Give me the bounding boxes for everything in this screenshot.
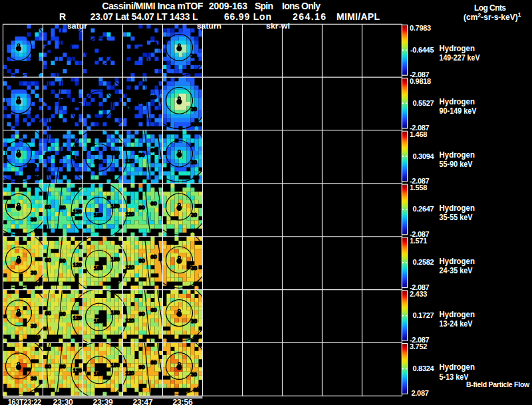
svg-text:Spin: Spin xyxy=(255,1,273,11)
svg-text:90-149 keV: 90-149 keV xyxy=(440,106,477,116)
svg-text:R: R xyxy=(59,11,66,22)
svg-text:66.99 Lon: 66.99 Lon xyxy=(224,11,271,22)
svg-text:MIMI/APL: MIMI/APL xyxy=(336,11,380,22)
svg-text:Hydrogen: Hydrogen xyxy=(440,203,475,213)
svg-text:0.9818: 0.9818 xyxy=(410,77,431,85)
svg-text:1.571: 1.571 xyxy=(410,237,427,245)
svg-text:2.433: 2.433 xyxy=(410,290,427,298)
svg-text:Hydrogen: Hydrogen xyxy=(440,97,475,106)
svg-text:55-90 keV: 55-90 keV xyxy=(440,160,473,169)
svg-text:35-55 keV: 35-55 keV xyxy=(440,213,473,222)
svg-text:23:56: 23:56 xyxy=(173,398,194,405)
svg-text:Hydrogen: Hydrogen xyxy=(440,150,475,160)
svg-text:saturn: saturn xyxy=(197,22,221,30)
svg-text:1.558: 1.558 xyxy=(410,184,427,192)
svg-text:Hydrogen: Hydrogen xyxy=(440,257,475,266)
svg-text:264.16: 264.16 xyxy=(293,11,326,22)
svg-text:Hydrogen: Hydrogen xyxy=(440,310,475,319)
svg-text:Cassini/MIMI Inca mTOF: Cassini/MIMI Inca mTOF xyxy=(102,1,203,11)
svg-text:13-24 keV: 13-24 keV xyxy=(440,319,473,329)
svg-text:0.2582: 0.2582 xyxy=(413,258,434,266)
svg-text:24-35 keV: 24-35 keV xyxy=(440,266,473,275)
svg-text:0.2647: 0.2647 xyxy=(413,205,434,213)
svg-text:0.8324: 0.8324 xyxy=(413,364,435,372)
svg-text:0.5527: 0.5527 xyxy=(413,99,434,107)
svg-text:Hydrogen: Hydrogen xyxy=(440,362,475,372)
svg-text:23:30: 23:30 xyxy=(53,398,74,405)
svg-text:skr-wl: skr-wl xyxy=(266,22,290,30)
svg-text:23.07 Lat 54.07 LT 1433 L: 23.07 Lat 54.07 LT 1433 L xyxy=(90,11,198,22)
svg-text:0.1727: 0.1727 xyxy=(413,311,434,319)
svg-text:-0.6445: -0.6445 xyxy=(410,46,434,54)
svg-text:23:47: 23:47 xyxy=(133,398,154,405)
svg-text:satur: satur xyxy=(67,22,88,30)
svg-text:(cm2-sr-s-keV)1: (cm2-sr-s-keV)1 xyxy=(464,11,521,22)
svg-text:B-field Particle Flow: B-field Particle Flow xyxy=(466,380,530,388)
svg-text:163T23:22: 163T23:22 xyxy=(8,398,42,405)
svg-text:1.468: 1.468 xyxy=(410,130,427,138)
svg-text:23:39: 23:39 xyxy=(93,398,114,405)
svg-text:5-13 keV: 5-13 keV xyxy=(440,372,469,382)
svg-text:0.7983: 0.7983 xyxy=(410,24,431,32)
svg-text:149-227 keV: 149-227 keV xyxy=(440,53,481,63)
svg-text:Hydrogen: Hydrogen xyxy=(440,44,475,53)
svg-text:3.752: 3.752 xyxy=(410,342,427,350)
svg-text:2.087: 2.087 xyxy=(412,389,429,397)
svg-text:0.3094: 0.3094 xyxy=(413,152,435,160)
svg-text:Ions Only: Ions Only xyxy=(282,1,321,11)
svg-text:2009-163: 2009-163 xyxy=(209,1,247,11)
